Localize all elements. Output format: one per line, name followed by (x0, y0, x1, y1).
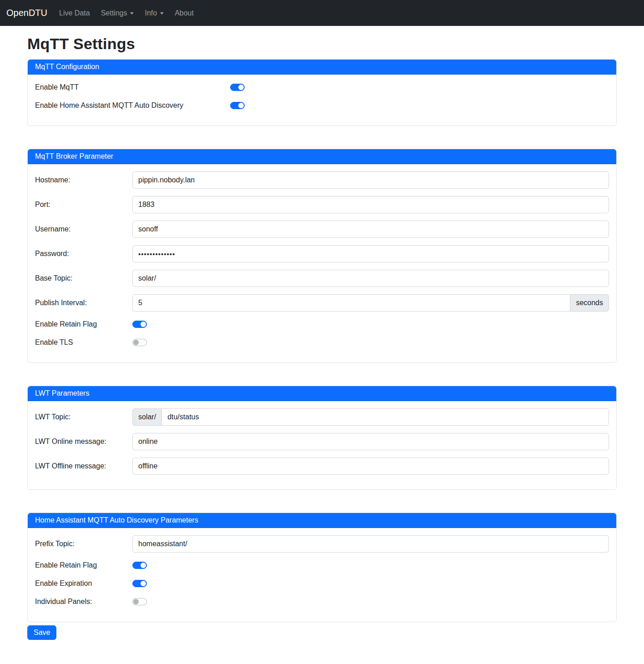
row-password: Password: (35, 245, 609, 262)
toggle-knob (238, 103, 244, 108)
password-input[interactable] (132, 245, 609, 262)
base-topic-label: Base Topic: (35, 274, 132, 282)
nav-info-label: Info (145, 9, 157, 17)
password-label: Password: (35, 250, 132, 258)
card-broker-parameter: MqTT Broker Parameter Hostname: Port: Us… (27, 149, 617, 363)
card-lwt-parameters: LWT Parameters LWT Topic: solar/ LWT Onl… (27, 386, 617, 490)
card-lwt-parameters-body: LWT Topic: solar/ LWT Online message: LW… (28, 401, 616, 489)
enable-hass-discovery-toggle[interactable] (230, 102, 245, 109)
lwt-offline-label: LWT Offline message: (35, 462, 132, 470)
row-port: Port: (35, 196, 609, 213)
lwt-online-label: LWT Online message: (35, 438, 132, 446)
lwt-topic-label: LWT Topic: (35, 413, 132, 421)
broker-retain-toggle[interactable] (132, 321, 147, 328)
main-content: MqTT Settings MqTT Configuration Enable … (22, 35, 622, 648)
card-hass-discovery-parameters-body: Prefix Topic: Enable Retain Flag Enable … (28, 528, 616, 622)
hass-retain-label: Enable Retain Flag (35, 561, 132, 569)
row-enable-tls: Enable TLS (35, 337, 609, 348)
toggle-knob (141, 563, 146, 568)
username-label: Username: (35, 225, 132, 233)
toggle-knob (133, 340, 139, 345)
port-input[interactable] (132, 196, 609, 213)
card-broker-parameter-body: Hostname: Port: Username: Password: Base… (28, 164, 616, 362)
row-username: Username: (35, 221, 609, 238)
card-mqtt-configuration: MqTT Configuration Enable MqTT Enable Ho… (27, 59, 617, 126)
toggle-knob (133, 599, 139, 604)
row-broker-retain: Enable Retain Flag (35, 319, 609, 330)
publish-interval-unit: seconds (570, 294, 609, 312)
row-enable-hass-discovery: Enable Home Assistant MQTT Auto Discover… (35, 100, 609, 111)
card-hass-discovery-parameters-header: Home Assistant MQTT Auto Discovery Param… (28, 513, 616, 528)
nav-live-data[interactable]: Live Data (55, 5, 94, 21)
row-enable-expiration: Enable Expiration (35, 578, 609, 589)
card-mqtt-configuration-header: MqTT Configuration (28, 60, 616, 75)
publish-interval-group: seconds (132, 294, 609, 312)
enable-tls-toggle[interactable] (132, 339, 147, 346)
publish-interval-input[interactable] (132, 294, 570, 312)
enable-hass-discovery-label: Enable Home Assistant MQTT Auto Discover… (35, 101, 230, 110)
hostname-input[interactable] (132, 171, 609, 189)
chevron-down-icon (130, 12, 134, 15)
hass-retain-toggle[interactable] (132, 562, 147, 569)
chevron-down-icon (160, 12, 164, 15)
card-hass-discovery-parameters: Home Assistant MQTT Auto Discovery Param… (27, 513, 617, 622)
prefix-topic-label: Prefix Topic: (35, 540, 132, 548)
username-input[interactable] (132, 221, 609, 238)
individual-panels-toggle[interactable] (132, 598, 147, 605)
toggle-knob (238, 85, 244, 90)
lwt-topic-prefix: solar/ (132, 408, 161, 426)
row-enable-mqtt: Enable MqTT (35, 82, 609, 93)
card-broker-parameter-header: MqTT Broker Parameter (28, 149, 616, 164)
nav-about[interactable]: About (171, 5, 197, 21)
row-lwt-online: LWT Online message: (35, 433, 609, 450)
port-label: Port: (35, 201, 132, 209)
base-topic-input[interactable] (132, 270, 609, 287)
row-hostname: Hostname: (35, 171, 609, 189)
page-title: MqTT Settings (27, 35, 617, 53)
publish-interval-label: Publish Interval: (35, 299, 132, 307)
card-mqtt-configuration-body: Enable MqTT Enable Home Assistant MQTT A… (28, 75, 616, 126)
broker-retain-label: Enable Retain Flag (35, 320, 132, 328)
card-lwt-parameters-header: LWT Parameters (28, 386, 616, 401)
nav-settings-label: Settings (101, 9, 127, 17)
row-hass-retain: Enable Retain Flag (35, 560, 609, 571)
save-button[interactable]: Save (27, 625, 56, 640)
toggle-knob (141, 581, 146, 586)
nav-info[interactable]: Info (141, 5, 167, 21)
row-base-topic: Base Topic: (35, 270, 609, 287)
prefix-topic-input[interactable] (132, 535, 609, 553)
lwt-offline-input[interactable] (132, 458, 609, 475)
hostname-label: Hostname: (35, 176, 132, 184)
row-individual-panels: Individual Panels: (35, 596, 609, 607)
row-lwt-offline: LWT Offline message: (35, 458, 609, 475)
row-lwt-topic: LWT Topic: solar/ (35, 408, 609, 426)
navbar: OpenDTU Live Data Settings Info About (0, 0, 644, 26)
row-prefix-topic: Prefix Topic: (35, 535, 609, 553)
enable-expiration-toggle[interactable] (132, 580, 147, 587)
lwt-topic-group: solar/ (132, 408, 609, 426)
enable-expiration-label: Enable Expiration (35, 579, 132, 588)
individual-panels-label: Individual Panels: (35, 598, 132, 606)
brand-opendtu[interactable]: OpenDTU (6, 8, 47, 18)
enable-tls-label: Enable TLS (35, 338, 132, 347)
nav-settings[interactable]: Settings (97, 5, 138, 21)
lwt-online-input[interactable] (132, 433, 609, 450)
lwt-topic-input[interactable] (161, 408, 609, 426)
row-publish-interval: Publish Interval: seconds (35, 294, 609, 312)
enable-mqtt-toggle[interactable] (230, 84, 245, 91)
toggle-knob (141, 322, 146, 327)
enable-mqtt-label: Enable MqTT (35, 83, 230, 91)
